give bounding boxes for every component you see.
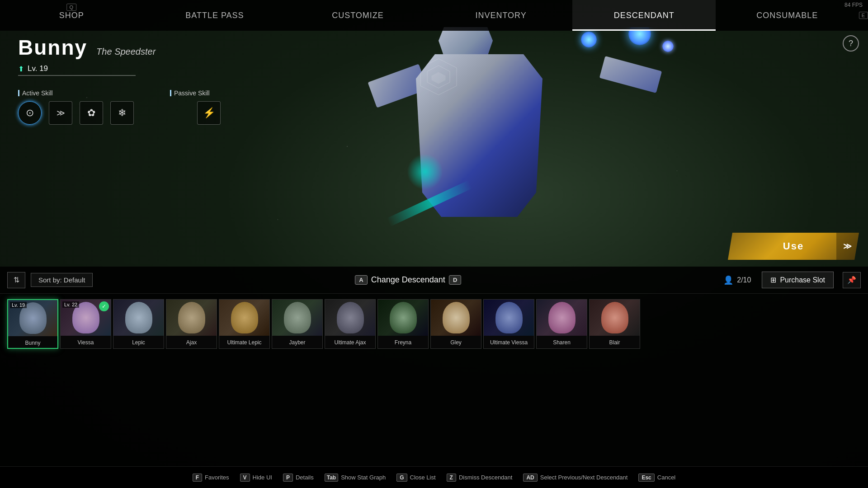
shortcut-label-4: Close List bbox=[410, 474, 436, 481]
nav-shop-key: Q bbox=[67, 4, 77, 11]
char-thumb-9 bbox=[484, 300, 534, 336]
char-card-name-4: Ultimate Lepic bbox=[219, 336, 269, 349]
char-thumb-11 bbox=[590, 300, 640, 336]
char-face-10 bbox=[548, 302, 576, 333]
skills-section: Active Skill ⊙ ≫ ✿ ❄ Passive Skill ⚡ bbox=[18, 89, 221, 125]
nav-customize[interactable]: Customize bbox=[286, 0, 429, 31]
nav-battle-pass-label: Battle Pass bbox=[185, 11, 244, 20]
orb-2 bbox=[581, 32, 597, 47]
shortcut-tab: TabShow Stat Graph bbox=[325, 474, 386, 482]
nav-battle-pass[interactable]: Battle Pass bbox=[143, 0, 287, 31]
key-a-badge: A bbox=[355, 275, 367, 285]
active-skills-list: ⊙ ≫ ✿ ❄ bbox=[18, 101, 134, 125]
change-descendant-label: Change Descendant bbox=[371, 275, 445, 285]
shortcut-z: ZDismiss Descendant bbox=[447, 474, 513, 482]
mech-arm-right bbox=[599, 56, 662, 93]
nav-descendant[interactable]: Descendant bbox=[572, 0, 716, 31]
shortcut-label-5: Dismiss Descendant bbox=[459, 474, 513, 481]
nav-consumable-label: Consumable bbox=[756, 11, 818, 20]
person-icon: 👤 bbox=[723, 275, 733, 285]
sort-icon-button[interactable]: ⇅ bbox=[7, 272, 25, 288]
grid-icon: ⊞ bbox=[770, 276, 776, 284]
shortcut-label-3: Show Stat Graph bbox=[341, 474, 386, 481]
passive-skills-group: Passive Skill ⚡ bbox=[170, 89, 221, 125]
char-face-4 bbox=[231, 302, 258, 333]
char-card-lepic[interactable]: Lepic bbox=[113, 299, 164, 349]
skill-1[interactable]: ⊙ bbox=[18, 101, 42, 125]
pin-button[interactable]: 📌 bbox=[843, 272, 861, 288]
char-card-gley[interactable]: Gley bbox=[430, 299, 481, 349]
char-thumb-8 bbox=[431, 300, 481, 336]
level-bar bbox=[18, 75, 136, 76]
char-card-name-2: Lepic bbox=[113, 336, 164, 349]
char-thumb-3 bbox=[166, 300, 217, 336]
char-card-name-3: Ajax bbox=[166, 336, 217, 349]
char-face-9 bbox=[495, 302, 523, 333]
char-card-viessa[interactable]: Lv. 22✓Viessa bbox=[60, 299, 111, 349]
nav-inventory[interactable]: Inventory bbox=[429, 0, 573, 31]
pin-icon: 📌 bbox=[847, 276, 856, 284]
nav-customize-label: Customize bbox=[332, 11, 384, 20]
filter-row: ⇅ Sort by: Default A Change Descendant D… bbox=[0, 267, 868, 294]
char-thumb-4 bbox=[219, 300, 269, 336]
nav-descendant-label: Descendant bbox=[614, 11, 675, 20]
char-level-badge-1: Lv. 22 bbox=[62, 301, 79, 308]
sort-dropdown[interactable]: Sort by: Default bbox=[31, 273, 93, 287]
shortcut-label-2: Details bbox=[296, 474, 314, 481]
skill-4[interactable]: ❄ bbox=[110, 101, 134, 125]
slot-count: 2/10 bbox=[737, 276, 751, 284]
char-card-ajax[interactable]: Ajax bbox=[166, 299, 217, 349]
char-card-name-7: Freyna bbox=[378, 336, 428, 349]
char-card-name-6: Ultimate Ajax bbox=[325, 336, 375, 349]
char-card-name-10: Sharen bbox=[537, 336, 587, 349]
char-thumb-6 bbox=[325, 300, 375, 336]
nav-shop[interactable]: Q Shop bbox=[0, 0, 143, 31]
top-nav: Q Shop Battle Pass Customize Inventory D… bbox=[0, 0, 868, 31]
use-button[interactable]: Use ≫ bbox=[728, 233, 859, 260]
character-grid: Lv. 19BunnyLv. 22✓ViessaLepicAjaxUltimat… bbox=[0, 294, 868, 466]
char-card-sharen[interactable]: Sharen bbox=[536, 299, 587, 349]
passive-skill-1[interactable]: ⚡ bbox=[197, 101, 221, 125]
char-card-jayber[interactable]: Jayber bbox=[272, 299, 323, 349]
shortcut-p: PDetails bbox=[283, 474, 314, 482]
sort-icon: ⇅ bbox=[14, 276, 19, 284]
char-card-name-0: Bunny bbox=[8, 336, 57, 349]
char-thumb-5 bbox=[272, 300, 322, 336]
passive-skill-label: Passive Skill bbox=[170, 89, 221, 97]
shortcut-ad: ADSelect Previous/Next Descendant bbox=[523, 474, 627, 482]
char-active-check-1: ✓ bbox=[99, 301, 109, 311]
mech-body bbox=[416, 54, 542, 217]
shortcut-label-6: Select Previous/Next Descendant bbox=[540, 474, 628, 481]
character-title: The Speedster bbox=[96, 47, 156, 57]
shortcut-bar: FFavoritesVHide UIPDetailsTabShow Stat G… bbox=[0, 466, 868, 488]
char-face-5 bbox=[284, 302, 311, 333]
char-card-freyna[interactable]: Freyna bbox=[377, 299, 429, 349]
shortcut-key-1: V bbox=[240, 474, 250, 482]
char-level-badge-0: Lv. 19 bbox=[10, 302, 27, 308]
char-face-11 bbox=[601, 302, 628, 333]
sort-label-text: Sort by: Default bbox=[38, 276, 85, 284]
char-card-blair[interactable]: Blair bbox=[589, 299, 640, 349]
shortcut-v: VHide UI bbox=[240, 474, 272, 482]
nav-e-key: E bbox=[859, 12, 868, 19]
purchase-slot-button[interactable]: ⊞ Purchase Slot bbox=[762, 272, 834, 288]
passive-skills-list: ⚡ bbox=[197, 101, 221, 125]
svg-marker-2 bbox=[432, 72, 445, 84]
skills-row: Active Skill ⊙ ≫ ✿ ❄ Passive Skill ⚡ bbox=[18, 89, 221, 125]
shortcut-key-3: Tab bbox=[325, 474, 338, 482]
char-card-ultimate-ajax[interactable]: Ultimate Ajax bbox=[325, 299, 376, 349]
shortcut-key-7: Esc bbox=[638, 474, 654, 482]
slot-info: 👤 2/10 bbox=[723, 275, 751, 285]
skill-3[interactable]: ✿ bbox=[80, 101, 103, 125]
shortcut-f: FFavorites bbox=[193, 474, 229, 482]
skill-2[interactable]: ≫ bbox=[49, 101, 72, 125]
nav-consumable[interactable]: Consumable bbox=[716, 0, 859, 31]
char-thumb-2 bbox=[113, 300, 164, 336]
char-thumb-10 bbox=[537, 300, 587, 336]
char-card-ultimate-lepic[interactable]: Ultimate Lepic bbox=[219, 299, 270, 349]
char-card-ultimate-viessa[interactable]: Ultimate Viessa bbox=[483, 299, 534, 349]
purchase-slot-label: Purchase Slot bbox=[780, 276, 825, 284]
shortcut-label-0: Favorites bbox=[205, 474, 229, 481]
char-card-bunny[interactable]: Lv. 19Bunny bbox=[7, 299, 58, 349]
help-button[interactable]: ? bbox=[843, 35, 859, 52]
